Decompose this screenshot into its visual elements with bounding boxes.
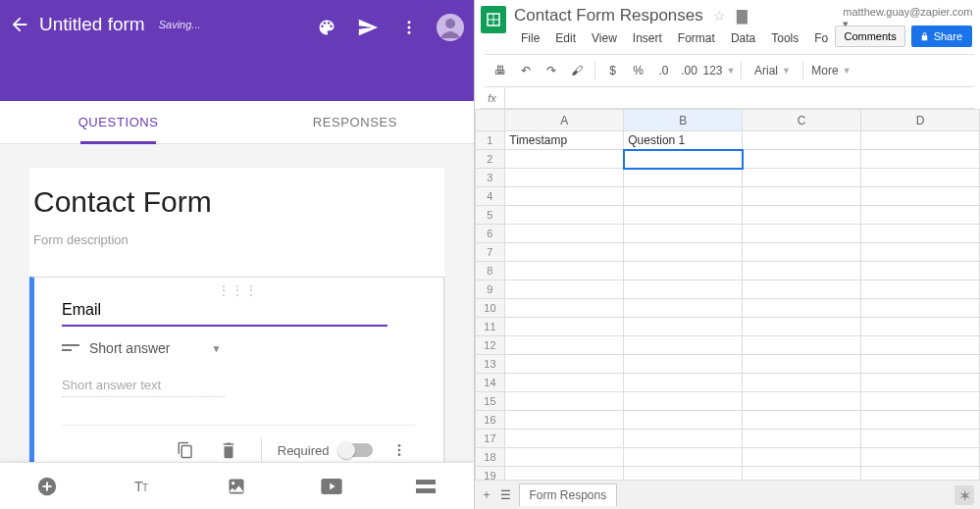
cell-B11[interactable]: [624, 318, 743, 336]
percent-button[interactable]: %: [627, 60, 650, 81]
share-button[interactable]: Share: [911, 25, 972, 47]
cell-B7[interactable]: [624, 243, 743, 262]
cell-C9[interactable]: [743, 280, 861, 299]
row-header-6[interactable]: 6: [475, 225, 505, 243]
menu-view[interactable]: View: [585, 28, 624, 48]
cell-B6[interactable]: [624, 225, 743, 243]
cell-A2[interactable]: [505, 150, 624, 169]
row-header-12[interactable]: 12: [475, 336, 505, 355]
formula-bar[interactable]: fx: [481, 87, 974, 109]
cell-D7[interactable]: [861, 243, 980, 262]
column-header-A[interactable]: A: [505, 110, 624, 131]
add-title-icon[interactable]: TT: [95, 463, 190, 509]
cell-D14[interactable]: [861, 374, 980, 392]
back-arrow-icon[interactable]: [0, 5, 39, 44]
add-section-icon[interactable]: [379, 463, 474, 509]
row-header-15[interactable]: 15: [475, 392, 505, 411]
cell-C3[interactable]: [743, 169, 861, 187]
add-sheet-icon[interactable]: ＋: [481, 486, 492, 503]
cell-B9[interactable]: [624, 280, 743, 299]
cell-D11[interactable]: [861, 318, 980, 336]
cell-B12[interactable]: [624, 336, 743, 355]
cell-B1[interactable]: Question 1: [624, 131, 743, 150]
cell-D1[interactable]: [861, 131, 980, 150]
row-header-4[interactable]: 4: [475, 187, 505, 206]
cell-D18[interactable]: [861, 448, 980, 467]
cell-A1[interactable]: Timestamp: [505, 131, 624, 150]
menu-tools[interactable]: Tools: [764, 28, 805, 48]
cell-A8[interactable]: [505, 262, 624, 280]
cell-A17[interactable]: [505, 430, 624, 448]
send-icon[interactable]: [348, 8, 387, 47]
question-title-input[interactable]: [62, 297, 387, 327]
required-toggle[interactable]: [339, 443, 373, 457]
row-header-9[interactable]: 9: [475, 280, 505, 299]
cell-C6[interactable]: [743, 225, 861, 243]
cell-C7[interactable]: [743, 243, 861, 262]
column-header-C[interactable]: C: [743, 110, 861, 131]
cell-A18[interactable]: [505, 448, 624, 467]
cell-D17[interactable]: [861, 430, 980, 448]
folder-icon[interactable]: ▇: [737, 8, 748, 24]
form-title-card[interactable]: Contact Form Form description: [29, 168, 444, 265]
cell-B16[interactable]: [624, 411, 743, 430]
cell-A13[interactable]: [505, 355, 624, 374]
cell-D4[interactable]: [861, 187, 980, 206]
cell-C10[interactable]: [743, 299, 861, 318]
cell-C18[interactable]: [743, 448, 861, 467]
row-header-13[interactable]: 13: [475, 355, 505, 374]
more-toolbar-button[interactable]: More▼: [809, 60, 852, 81]
cell-A4[interactable]: [505, 187, 624, 206]
menu-insert[interactable]: Insert: [626, 28, 669, 48]
cell-C11[interactable]: [743, 318, 861, 336]
cell-C16[interactable]: [743, 411, 861, 430]
menu-format[interactable]: Format: [671, 28, 722, 48]
star-icon[interactable]: ☆: [713, 8, 726, 24]
cell-B5[interactable]: [624, 206, 743, 225]
cell-D3[interactable]: [861, 169, 980, 187]
cell-B18[interactable]: [624, 448, 743, 467]
cell-B13[interactable]: [624, 355, 743, 374]
more-vert-icon[interactable]: [389, 8, 429, 47]
cell-C15[interactable]: [743, 392, 861, 411]
cell-A11[interactable]: [505, 318, 624, 336]
spreadsheet-grid[interactable]: ABCD1TimestampQuestion 12345678910111213…: [475, 109, 980, 509]
menu-forms[interactable]: Fo: [807, 28, 835, 48]
cell-A10[interactable]: [505, 299, 624, 318]
menu-file[interactable]: File: [514, 28, 546, 48]
form-description[interactable]: Form description: [33, 232, 440, 247]
menu-data[interactable]: Data: [724, 28, 762, 48]
cell-A16[interactable]: [505, 411, 624, 430]
cell-B17[interactable]: [624, 430, 743, 448]
add-image-icon[interactable]: [189, 463, 284, 509]
print-icon[interactable]: 🖶: [489, 60, 512, 81]
avatar[interactable]: [431, 8, 470, 47]
all-sheets-icon[interactable]: ☰: [500, 488, 511, 502]
cell-B2[interactable]: [624, 150, 743, 169]
cell-D5[interactable]: [861, 206, 980, 225]
cell-C17[interactable]: [743, 430, 861, 448]
sheets-logo-icon[interactable]: [481, 6, 507, 33]
cell-A15[interactable]: [505, 392, 624, 411]
cell-C5[interactable]: [743, 206, 861, 225]
row-header-11[interactable]: 11: [475, 318, 505, 336]
tab-responses[interactable]: RESPONSES: [236, 101, 473, 143]
column-header-D[interactable]: D: [861, 110, 980, 131]
cell-B10[interactable]: [624, 299, 743, 318]
cell-C14[interactable]: [743, 374, 861, 392]
cell-D12[interactable]: [861, 336, 980, 355]
cell-D15[interactable]: [861, 392, 980, 411]
cell-B3[interactable]: [624, 169, 743, 187]
cell-D13[interactable]: [861, 355, 980, 374]
dec-inc-button[interactable]: .0: [652, 60, 676, 81]
cell-D6[interactable]: [861, 225, 980, 243]
corner-cell[interactable]: [475, 110, 505, 131]
row-header-18[interactable]: 18: [475, 448, 505, 467]
number-format-button[interactable]: 123▼: [703, 60, 736, 81]
row-header-1[interactable]: 1: [475, 131, 505, 150]
row-header-14[interactable]: 14: [475, 374, 505, 392]
sheets-title[interactable]: Contact Form Responses: [514, 6, 703, 25]
menu-edit[interactable]: Edit: [548, 28, 583, 48]
question-card[interactable]: ⋮⋮⋮ Short answer ▼ Short answer text ➤ R…: [29, 277, 444, 478]
cell-D10[interactable]: [861, 299, 980, 318]
